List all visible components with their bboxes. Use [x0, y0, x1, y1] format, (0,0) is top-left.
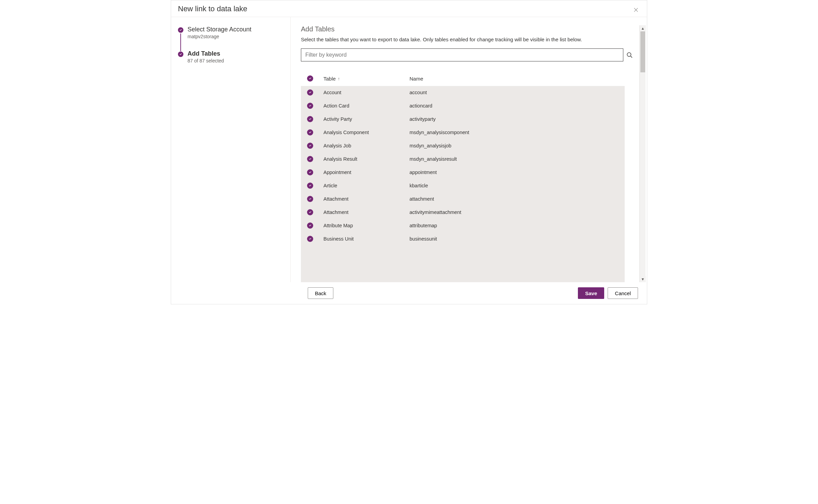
sort-ascending-icon: ↑	[338, 76, 340, 81]
column-header-table[interactable]: Table ↑	[323, 76, 410, 82]
tables-list: Table ↑ Name AccountaccountAction Cardac…	[301, 71, 625, 282]
table-header-row: Table ↑ Name	[301, 71, 625, 86]
back-button[interactable]: Back	[308, 287, 333, 299]
cell-name: account	[410, 90, 625, 95]
column-header-label: Table	[323, 76, 336, 82]
close-button[interactable]	[632, 6, 640, 14]
cell-name: actioncard	[410, 103, 625, 109]
checkmark-icon	[307, 116, 313, 122]
scroll-thumb[interactable]	[640, 31, 645, 72]
table-row[interactable]: Business Unitbusinessunit	[301, 232, 625, 246]
row-checkbox[interactable]	[307, 116, 323, 122]
table-row[interactable]: Analysis Jobmsdyn_analysisjob	[301, 139, 625, 153]
vertical-scrollbar[interactable]: ▲ ▼	[639, 25, 646, 282]
modal-title: New link to data lake	[178, 4, 247, 15]
select-all-checkbox[interactable]	[307, 75, 323, 82]
row-checkbox[interactable]	[307, 183, 323, 189]
search-icon	[626, 52, 633, 58]
step-subtitle: matpv2storage	[188, 34, 283, 39]
cell-table: Account	[323, 90, 410, 95]
cell-table: Attachment	[323, 210, 410, 215]
cell-table: Attachment	[323, 196, 410, 202]
cell-name: activitymimeattachment	[410, 210, 625, 215]
cell-table: Activity Party	[323, 116, 410, 122]
table-row[interactable]: Accountaccount	[301, 86, 625, 99]
modal-body: Select Storage Account matpv2storage Add…	[171, 17, 647, 282]
cell-name: msdyn_analysisresult	[410, 156, 625, 162]
cancel-button[interactable]: Cancel	[608, 287, 638, 299]
row-checkbox[interactable]	[307, 156, 323, 162]
checkmark-icon	[307, 103, 313, 109]
filter-input[interactable]	[301, 48, 623, 61]
row-checkbox[interactable]	[307, 209, 323, 215]
search-wrap	[301, 48, 637, 61]
table-row[interactable]: Analysis Resultmsdyn_analysisresult	[301, 153, 625, 166]
wizard-step-storage-account[interactable]: Select Storage Account matpv2storage	[178, 26, 283, 39]
cell-name: attachment	[410, 196, 625, 202]
svg-point-0	[627, 53, 631, 56]
row-checkbox[interactable]	[307, 103, 323, 109]
cell-table: Analysis Component	[323, 130, 410, 135]
row-checkbox[interactable]	[307, 169, 323, 175]
column-header-name[interactable]: Name	[410, 76, 625, 82]
step-title: Add Tables	[188, 50, 283, 57]
cell-name: activityparty	[410, 116, 625, 122]
main-panel: Add Tables Select the tables that you wa…	[291, 17, 647, 282]
cell-name: businessunit	[410, 236, 625, 242]
cell-table: Analysis Job	[323, 143, 410, 148]
table-row[interactable]: Appointmentappointment	[301, 166, 625, 179]
cell-table: Attribute Map	[323, 223, 410, 228]
row-checkbox[interactable]	[307, 129, 323, 135]
checkmark-icon	[307, 75, 313, 82]
checkmark-icon	[307, 183, 313, 189]
table-row[interactable]: Action Cardactioncard	[301, 99, 625, 113]
row-checkbox[interactable]	[307, 89, 323, 96]
table-row[interactable]: Articlekbarticle	[301, 179, 625, 192]
modal-footer: Back Save Cancel	[171, 282, 647, 304]
wizard-step-add-tables[interactable]: Add Tables 87 of 87 selected	[178, 50, 283, 63]
cell-table: Business Unit	[323, 236, 410, 242]
table-row[interactable]: Attribute Mapattributemap	[301, 219, 625, 232]
step-connector	[180, 33, 181, 51]
svg-line-1	[630, 56, 632, 58]
cell-table: Article	[323, 183, 410, 188]
cell-name: kbarticle	[410, 183, 625, 188]
table-body: AccountaccountAction CardactioncardActiv…	[301, 86, 625, 282]
step-complete-icon	[178, 52, 183, 57]
row-checkbox[interactable]	[307, 222, 323, 229]
table-row[interactable]: Attachmentactivitymimeattachment	[301, 206, 625, 219]
row-checkbox[interactable]	[307, 196, 323, 202]
checkmark-icon	[307, 209, 313, 215]
cell-name: msdyn_analysiscomponent	[410, 130, 625, 135]
step-complete-icon	[178, 27, 183, 33]
wizard-sidebar: Select Storage Account matpv2storage Add…	[171, 17, 291, 282]
cell-table: Appointment	[323, 170, 410, 175]
table-row[interactable]: Attachmentattachment	[301, 192, 625, 206]
panel-description: Select the tables that you want to expor…	[301, 37, 637, 42]
checkmark-icon	[307, 143, 313, 149]
step-subtitle: 87 of 87 selected	[188, 58, 283, 63]
table-row[interactable]: Analysis Componentmsdyn_analysiscomponen…	[301, 126, 625, 139]
close-icon	[634, 8, 638, 12]
scroll-down-icon[interactable]: ▼	[640, 276, 646, 282]
cell-name: appointment	[410, 170, 625, 175]
cell-table: Analysis Result	[323, 156, 410, 162]
cell-name: msdyn_analysisjob	[410, 143, 625, 148]
checkmark-icon	[307, 196, 313, 202]
checkmark-icon	[307, 156, 313, 162]
table-row[interactable]: Activity Partyactivityparty	[301, 113, 625, 126]
checkmark-icon	[307, 129, 313, 135]
column-header-label: Name	[410, 76, 423, 82]
checkmark-icon	[307, 236, 313, 242]
modal-header: New link to data lake	[171, 0, 647, 17]
scroll-up-icon[interactable]: ▲	[640, 25, 646, 31]
modal-new-link-to-data-lake: New link to data lake Select Storage Acc…	[171, 0, 647, 304]
save-button[interactable]: Save	[578, 287, 604, 299]
checkmark-icon	[307, 169, 313, 175]
row-checkbox[interactable]	[307, 143, 323, 149]
row-checkbox[interactable]	[307, 236, 323, 242]
cell-name: attributemap	[410, 223, 625, 228]
step-title: Select Storage Account	[188, 26, 283, 33]
checkmark-icon	[307, 89, 313, 96]
panel-title: Add Tables	[301, 25, 637, 33]
